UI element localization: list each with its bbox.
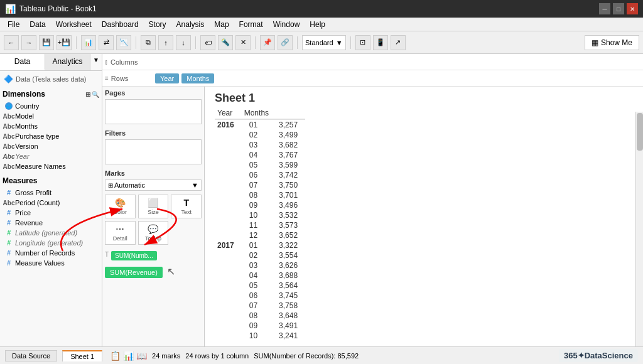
cell-value: 3,241 [276,331,305,341]
add-dashboard-icon[interactable]: 📊 [123,351,134,361]
pin-button[interactable]: 📌 [260,35,275,50]
fit-width-button[interactable]: ⊡ [355,35,370,50]
show-me-button[interactable]: ▦ Show Me [585,35,639,50]
standard-dropdown[interactable]: Standard▼ [302,35,346,50]
marks-detail-btn[interactable]: ⋯ Detail [105,221,136,245]
measure-revenue[interactable]: # Revenue [3,218,99,228]
hash-icon-5: # [5,259,13,267]
menu-analysis[interactable]: Analysis [171,19,210,30]
measure-period[interactable]: Abc Period (Count) [3,198,99,208]
cell-month: 09 [242,321,276,331]
dim-version[interactable]: Abc Version [3,141,99,151]
device-button[interactable]: 📱 [373,35,388,50]
main-area: Data Analytics ▼ 🔷 Data (Tesla sales dat… [0,54,643,346]
add-story-icon[interactable]: 📖 [136,351,147,361]
maximize-button[interactable]: □ [613,3,624,14]
grid-icon[interactable]: ⊞ [85,91,90,98]
cell-month: 07 [242,180,276,190]
scrollbar-thumb[interactable] [637,113,643,151]
table-row: 123,652 [215,230,305,240]
dim-measure-names[interactable]: Abc Measure Names [3,161,99,171]
tab-data[interactable]: Data [0,54,45,70]
dim-months[interactable]: Abc Months [3,121,99,131]
menu-data[interactable]: Data [24,19,50,30]
save-button[interactable]: 💾 [39,35,54,50]
new-sheet-icon[interactable]: 📋 [110,351,121,361]
dim-model[interactable]: Abc Model [3,111,99,121]
months-pill[interactable]: Months [181,73,214,83]
cell-year [215,230,242,240]
menu-file[interactable]: File [3,19,24,30]
cell-month: 01 [242,119,276,130]
year-pill[interactable]: Year [155,73,179,83]
marks-color-btn[interactable]: 🎨 Color [105,195,136,218]
sum-pill[interactable]: SUM(Numb... [111,251,157,260]
menu-dashboard[interactable]: Dashboard [97,19,144,30]
panel-options-icon[interactable]: ▼ [90,54,102,70]
cell-year [215,200,242,210]
cell-year [215,331,242,341]
sort-asc-button[interactable]: ↑ [158,35,173,50]
revenue-pill[interactable]: SUM(Revenue) [105,267,163,278]
menu-help[interactable]: Help [305,19,330,30]
menu-window[interactable]: Window [268,19,305,30]
measure-num-records[interactable]: # Number of Records [3,248,99,258]
sheet-tab[interactable]: Sheet 1 [62,350,102,361]
forward-button[interactable]: → [21,35,36,50]
toolbar: ← → 💾 +💾 📊 ⇄ 📉 ⧉ ↑ ↓ 🏷 🔦 ✕ 📌 🔗 Standard▼… [0,31,643,54]
data-table-container[interactable]: Year Months 2016013,257023,499033,682043… [205,107,643,342]
dim-year[interactable]: Abc Year [3,151,99,161]
rows-pills: Year Months [155,73,640,83]
chart2-button[interactable]: 📉 [116,35,131,50]
datasource-label[interactable]: Data (Tesla sales data) [16,75,87,83]
bar-chart-button[interactable]: 📊 [81,35,96,50]
menu-format[interactable]: Format [234,19,268,30]
measure-values[interactable]: # Measure Values [3,258,99,268]
duplicate-button[interactable]: ⧉ [141,35,156,50]
cell-value: 3,491 [276,321,305,331]
scrollbar[interactable] [635,112,643,346]
marks-size-btn[interactable]: ⬜ Size [138,195,169,218]
share-button[interactable]: 🔗 [278,35,293,50]
menu-map[interactable]: Map [209,19,234,30]
cell-year [215,170,242,180]
swap-button[interactable]: ⇄ [99,35,114,50]
remove-button[interactable]: ✕ [235,35,251,50]
cell-month: 02 [242,250,276,260]
share2-button[interactable]: ↗ [391,35,406,50]
tab-analytics[interactable]: Analytics [45,54,90,70]
marks-text-btn[interactable]: T Text [171,195,202,218]
filters-dropzone[interactable] [105,139,202,164]
label-button[interactable]: 🏷 [200,35,215,50]
back-button[interactable]: ← [4,35,19,50]
measure-gross-profit[interactable]: # Gross Profit [3,188,99,198]
cell-year: 2016 [215,119,242,130]
marks-buttons: 🎨 Color ⬜ Size T Text ⋯ [105,195,202,245]
detail-icon: ⋯ [116,224,124,234]
cell-month: 08 [242,311,276,321]
menu-worksheet[interactable]: Worksheet [51,19,97,30]
dim-country[interactable]: 🌐 Country [3,101,99,111]
marks-tooltip-btn[interactable]: 💬 Tooltip [138,221,169,245]
pages-dropzone[interactable] [105,99,202,124]
sort-desc-button[interactable]: ↓ [176,35,191,50]
menu-story[interactable]: Story [144,19,171,30]
rows-shelf: ≡ Rows Year Months [102,70,643,87]
measure-latitude[interactable]: # Latitude (generated) [3,228,99,238]
sum-info: SUM(Number of Records): 85,592 [254,352,359,360]
measure-price[interactable]: # Price [3,208,99,218]
col-header-year: Year [215,107,242,119]
highlight-button[interactable]: 🔦 [218,35,233,50]
panel-tabs: Data Analytics ▼ [0,54,102,71]
marks-dropdown[interactable]: ⊞ Automatic ▼ [105,179,202,191]
datasource-tab[interactable]: Data Source [5,350,57,361]
search-icon[interactable]: 🔍 [92,91,99,98]
new-button[interactable]: +💾 [57,35,72,50]
columns-label: ⫿ Columns [105,58,155,66]
measure-longitude[interactable]: # Longitude (generated) [3,238,99,248]
close-button[interactable]: ✕ [627,3,638,14]
cell-month: 11 [242,220,276,230]
minimize-button[interactable]: ─ [599,3,610,14]
status-bar: Data Source Sheet 1 📋 📊 📖 24 marks 24 ro… [0,346,643,364]
dim-purchase-type[interactable]: Abc Purchase type [3,131,99,141]
